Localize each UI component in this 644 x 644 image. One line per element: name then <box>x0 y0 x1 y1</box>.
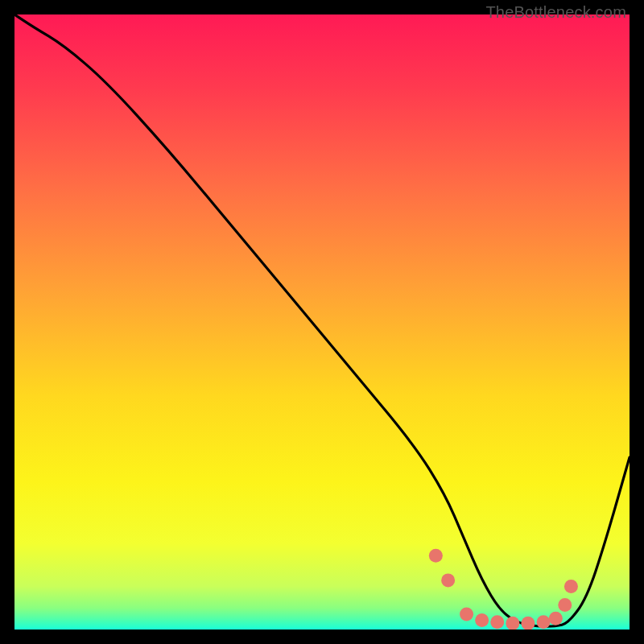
marker-dot <box>521 617 535 630</box>
marker-dot <box>475 613 489 627</box>
marker-dot <box>558 598 572 612</box>
marker-dot <box>506 617 519 630</box>
curve-layer <box>14 14 630 630</box>
plot-area <box>14 14 630 630</box>
highlight-markers <box>429 549 578 630</box>
bottleneck-curve <box>14 14 630 626</box>
marker-dot <box>429 549 443 563</box>
marker-dot <box>537 615 551 629</box>
chart-container: TheBottleneck.com <box>0 0 644 644</box>
marker-dot <box>460 607 473 621</box>
marker-dot <box>490 615 504 629</box>
watermark-text: TheBottleneck.com <box>485 3 626 22</box>
marker-dot <box>549 612 563 625</box>
marker-dot <box>441 573 455 587</box>
marker-dot <box>564 580 578 593</box>
